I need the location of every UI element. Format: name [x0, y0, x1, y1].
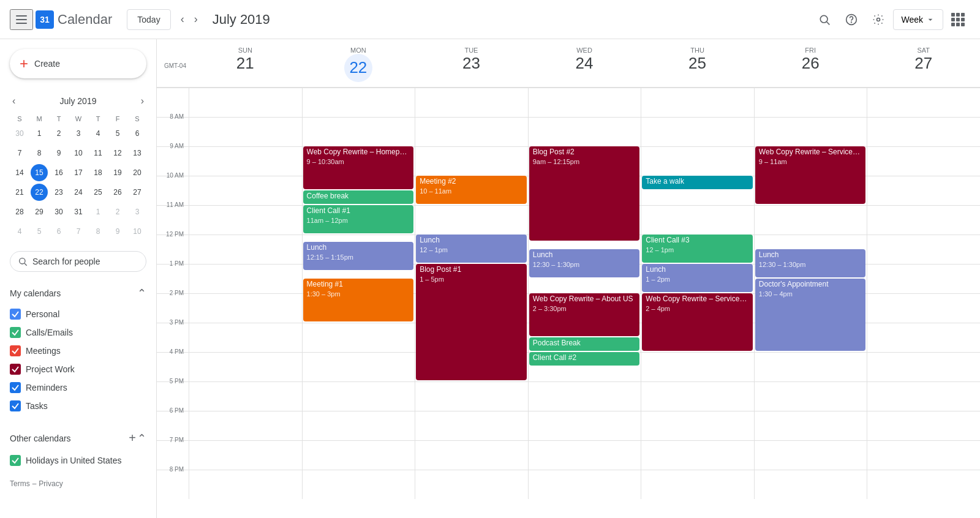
- mini-cal-day[interactable]: 4: [11, 223, 28, 240]
- grid-day-cell[interactable]: [302, 411, 415, 440]
- event-block[interactable]: Lunch12:30 – 1:30pm: [529, 249, 640, 277]
- mini-cal-day[interactable]: 23: [50, 184, 67, 201]
- grid-day-cell[interactable]: [415, 381, 528, 411]
- mini-cal-day[interactable]: 9: [109, 223, 126, 240]
- grid-day-cell[interactable]: [302, 352, 415, 381]
- event-block[interactable]: Client Call #111am – 12pm: [303, 205, 414, 233]
- mini-cal-day[interactable]: 11: [89, 145, 107, 162]
- grid-day-cell[interactable]: [189, 411, 302, 440]
- grid-day-cell[interactable]: [867, 146, 980, 176]
- day-number[interactable]: 21: [189, 54, 302, 73]
- day-number[interactable]: 27: [867, 54, 980, 73]
- grid-day-cell[interactable]: [528, 88, 641, 117]
- mini-cal-day[interactable]: 16: [50, 164, 67, 181]
- my-calendar-item[interactable]: Tasks: [0, 397, 156, 415]
- event-block[interactable]: Lunch12:30 – 1:30pm: [755, 249, 866, 277]
- mini-cal-day[interactable]: 2: [109, 203, 126, 220]
- other-calendars-header[interactable]: Other calendars + ⌃: [0, 425, 156, 451]
- grid-day-cell[interactable]: [867, 352, 980, 381]
- grid-day-cell[interactable]: [867, 117, 980, 146]
- grid-day-cell[interactable]: [528, 381, 641, 411]
- my-calendar-item[interactable]: Personal: [0, 305, 156, 323]
- mini-cal-day[interactable]: 21: [11, 184, 28, 201]
- next-button[interactable]: ›: [189, 8, 203, 31]
- mini-cal-day[interactable]: 5: [31, 223, 48, 240]
- day-number[interactable]: 25: [641, 54, 754, 73]
- grid-day-cell[interactable]: [867, 293, 980, 323]
- mini-cal-day[interactable]: 19: [109, 164, 126, 181]
- grid-day-cell[interactable]: [641, 411, 754, 440]
- mini-cal-day[interactable]: 28: [11, 203, 28, 220]
- grid-day-cell[interactable]: [415, 470, 528, 499]
- event-block[interactable]: Doctor's Appointment1:30 – 4pm: [755, 279, 866, 351]
- mini-cal-day[interactable]: 29: [31, 203, 48, 220]
- grid-day-cell[interactable]: [867, 323, 980, 352]
- mini-cal-day[interactable]: 6: [129, 125, 146, 142]
- grid-day-cell[interactable]: [867, 205, 980, 235]
- mini-cal-day[interactable]: 4: [89, 125, 107, 142]
- mini-cal-day[interactable]: 18: [89, 164, 107, 181]
- create-button[interactable]: + Create: [10, 49, 146, 78]
- mini-cal-day[interactable]: 27: [129, 184, 146, 201]
- day-number[interactable]: 26: [754, 54, 867, 73]
- my-calendar-item[interactable]: Project Work: [0, 360, 156, 378]
- mini-cal-day[interactable]: 6: [50, 223, 67, 240]
- grid-day-cell[interactable]: [189, 176, 302, 205]
- grid-day-cell[interactable]: [641, 88, 754, 117]
- mini-cal-day[interactable]: 10: [129, 223, 146, 240]
- event-block[interactable]: Take a walk: [642, 176, 753, 189]
- my-calendar-item[interactable]: Calls/Emails: [0, 323, 156, 342]
- help-button[interactable]: [839, 7, 864, 32]
- search-button[interactable]: [812, 7, 837, 32]
- my-calendars-header[interactable]: My calendars ⌃: [0, 282, 156, 305]
- menu-button[interactable]: [10, 9, 33, 30]
- mini-cal-day[interactable]: 24: [70, 184, 87, 201]
- grid-day-cell[interactable]: [415, 146, 528, 176]
- day-number[interactable]: 23: [415, 54, 528, 73]
- mini-cal-day[interactable]: 1: [89, 203, 107, 220]
- grid-day-cell[interactable]: [754, 440, 867, 470]
- grid-day-cell[interactable]: [189, 440, 302, 470]
- event-block[interactable]: Podcast Break: [529, 337, 640, 351]
- grid-day-cell[interactable]: [415, 411, 528, 440]
- grid-day-cell[interactable]: [189, 88, 302, 117]
- privacy-link[interactable]: Privacy: [39, 479, 62, 488]
- grid-day-cell[interactable]: [528, 411, 641, 440]
- grid-day-cell[interactable]: [867, 88, 980, 117]
- mini-cal-day[interactable]: 7: [11, 145, 28, 162]
- grid-day-cell[interactable]: [189, 293, 302, 323]
- grid-day-cell[interactable]: [867, 440, 980, 470]
- mini-cal-day[interactable]: 26: [109, 184, 126, 201]
- other-calendar-item[interactable]: Holidays in United States: [0, 451, 156, 470]
- event-block[interactable]: Client Call #312 – 1pm: [642, 235, 753, 263]
- mini-cal-day[interactable]: 1: [31, 125, 48, 142]
- event-block[interactable]: Web Copy Rewrite – Homepage9 – 10:30am: [303, 146, 414, 189]
- grid-day-cell[interactable]: [867, 470, 980, 499]
- mini-cal-day[interactable]: 2: [50, 125, 67, 142]
- grid-day-cell[interactable]: [867, 381, 980, 411]
- day-number[interactable]: 24: [528, 54, 641, 73]
- event-block[interactable]: Coffee break: [303, 190, 414, 204]
- grid-day-cell[interactable]: [415, 440, 528, 470]
- mini-cal-day[interactable]: 25: [89, 184, 107, 201]
- event-block[interactable]: Web Copy Rewrite – Services #29 – 11am: [755, 146, 866, 204]
- event-block[interactable]: Lunch12 – 1pm: [416, 235, 527, 263]
- mini-cal-day[interactable]: 30: [11, 125, 28, 142]
- grid-day-cell[interactable]: [641, 470, 754, 499]
- mini-cal-day[interactable]: 30: [50, 203, 67, 220]
- grid-day-cell[interactable]: [189, 470, 302, 499]
- grid-day-cell[interactable]: [867, 411, 980, 440]
- grid-day-cell[interactable]: [415, 88, 528, 117]
- grid-day-cell[interactable]: [641, 440, 754, 470]
- grid-day-cell[interactable]: [415, 117, 528, 146]
- grid-day-cell[interactable]: [415, 205, 528, 235]
- grid-day-cell[interactable]: [302, 470, 415, 499]
- grid-day-cell[interactable]: [189, 205, 302, 235]
- settings-button[interactable]: [866, 7, 891, 32]
- prev-button[interactable]: ‹: [176, 8, 189, 31]
- grid-day-cell[interactable]: [754, 381, 867, 411]
- mini-cal-day[interactable]: 10: [70, 145, 87, 162]
- my-calendar-item[interactable]: Meetings: [0, 342, 156, 360]
- mini-cal-day[interactable]: 15: [31, 164, 48, 181]
- terms-link[interactable]: Terms: [10, 479, 30, 488]
